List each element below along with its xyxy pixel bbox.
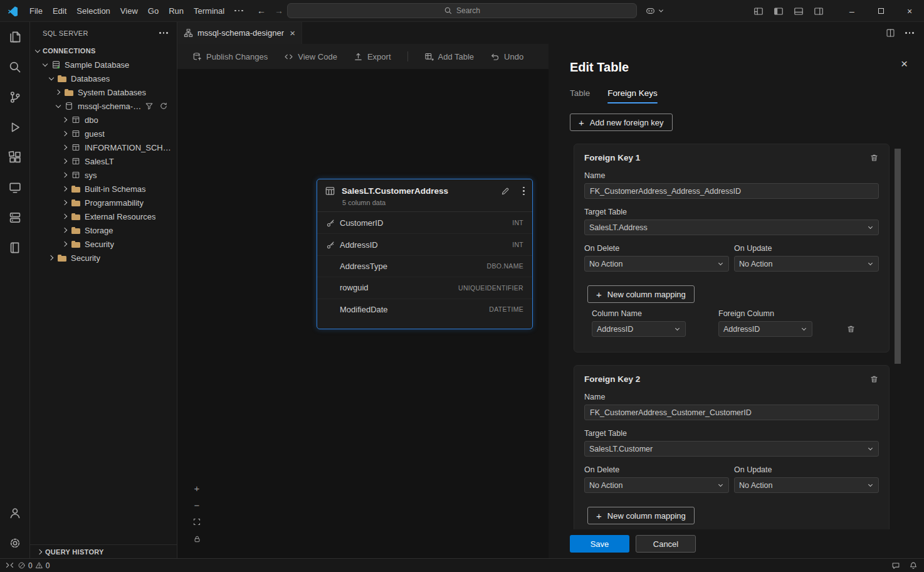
- tree-item-dbo[interactable]: dbo: [30, 113, 177, 127]
- menu-view[interactable]: View: [115, 4, 143, 18]
- tree-item-saleslt[interactable]: SalesLT: [30, 154, 177, 168]
- error-count: 0: [28, 561, 33, 570]
- navigate-forward-icon[interactable]: →: [275, 6, 283, 16]
- customize-layout-icon[interactable]: [753, 6, 764, 16]
- problems-indicator[interactable]: 0 0: [18, 561, 50, 570]
- database-icon: [63, 102, 75, 110]
- column-name-select[interactable]: AddressID: [592, 321, 686, 337]
- export-button[interactable]: Export: [354, 52, 391, 61]
- split-editor-icon[interactable]: [886, 28, 895, 38]
- tree-item-programmability[interactable]: Programmability: [30, 196, 177, 209]
- tab-mssql-schema-designer[interactable]: mssql-schema-designer ×: [177, 22, 302, 44]
- menu-file[interactable]: File: [24, 4, 48, 18]
- on-delete-select[interactable]: No Action: [584, 477, 729, 493]
- toggle-secondary-sidebar-icon[interactable]: [814, 6, 824, 16]
- close-window-button[interactable]: ×: [895, 0, 924, 22]
- fit-view-icon[interactable]: [191, 516, 202, 527]
- remote-indicator[interactable]: [5, 561, 14, 570]
- extensions-icon[interactable]: [0, 142, 29, 172]
- on-delete-select[interactable]: No Action: [584, 256, 729, 272]
- new-column-mapping-button[interactable]: + New column mapping: [587, 507, 695, 524]
- new-column-mapping-button[interactable]: + New column mapping: [587, 285, 695, 303]
- add-foreign-key-button[interactable]: + Add new foreign key: [570, 114, 673, 131]
- menu-go[interactable]: Go: [143, 4, 164, 18]
- tree-item-sys[interactable]: sys: [30, 168, 177, 182]
- designer-canvas[interactable]: SalesLT.CustomerAddress 5 column data Cu…: [177, 69, 549, 558]
- editor-more-actions-icon[interactable]: [905, 32, 914, 34]
- delete-foreign-key-icon[interactable]: [869, 153, 879, 162]
- source-control-icon[interactable]: [0, 82, 29, 112]
- zoom-out-icon[interactable]: −: [191, 499, 202, 511]
- tree-item-mssql-schema-db[interactable]: mssql-schema-de...: [30, 99, 177, 113]
- minimize-button[interactable]: –: [837, 0, 866, 22]
- lock-icon[interactable]: [191, 533, 202, 544]
- column-row[interactable]: rowguid UNIQUEIDENTIFIER: [317, 277, 532, 298]
- menu-selection[interactable]: Selection: [71, 4, 115, 18]
- copilot-menu[interactable]: [645, 6, 664, 16]
- tree-item-guest[interactable]: guest: [30, 127, 177, 140]
- tree-item-security-server[interactable]: Security: [30, 251, 177, 265]
- tree-item-built-in-schemas[interactable]: Built-in Schemas: [30, 182, 177, 196]
- publish-changes-button[interactable]: Publish Changes: [192, 52, 268, 61]
- navigate-back-icon[interactable]: ←: [257, 6, 266, 16]
- edit-table-pencil-icon[interactable]: [500, 186, 510, 196]
- fk-name-input[interactable]: [584, 183, 879, 199]
- notebooks-icon[interactable]: [0, 233, 29, 263]
- command-center-search[interactable]: Search: [287, 3, 637, 18]
- explorer-icon[interactable]: [0, 22, 29, 52]
- on-update-select[interactable]: No Action: [734, 477, 879, 493]
- refresh-icon[interactable]: [159, 102, 168, 110]
- notifications-bell-icon[interactable]: [909, 561, 918, 570]
- tab-foreign-keys[interactable]: Foreign Keys: [607, 88, 658, 103]
- close-panel-icon[interactable]: ×: [901, 58, 908, 70]
- fk-name-input[interactable]: [584, 405, 879, 420]
- toggle-primary-sidebar-icon[interactable]: [774, 6, 784, 16]
- delete-mapping-icon[interactable]: [846, 324, 856, 334]
- delete-foreign-key-icon[interactable]: [869, 374, 879, 384]
- add-table-button[interactable]: Add Table: [424, 52, 475, 61]
- menu-terminal[interactable]: Terminal: [189, 4, 229, 18]
- table-node-customeraddress[interactable]: SalesLT.CustomerAddress 5 column data Cu…: [317, 179, 533, 329]
- settings-gear-icon[interactable]: [0, 528, 29, 558]
- table-card-menu-icon[interactable]: [523, 187, 525, 196]
- menu-run[interactable]: Run: [164, 4, 189, 18]
- remote-explorer-icon[interactable]: [0, 172, 29, 203]
- foreign-column-select[interactable]: AddressID: [718, 321, 812, 337]
- toggle-panel-icon[interactable]: [794, 6, 804, 16]
- sidebar-more-actions-icon[interactable]: [159, 32, 168, 34]
- column-row[interactable]: AddressType DBO.NAME: [317, 255, 532, 277]
- connections-section-header[interactable]: CONNECTIONS: [30, 44, 177, 58]
- view-code-button[interactable]: View Code: [284, 52, 337, 61]
- cancel-button[interactable]: Cancel: [636, 535, 696, 553]
- tab-table[interactable]: Table: [570, 88, 590, 103]
- menu-more-icon[interactable]: [229, 8, 248, 14]
- column-row[interactable]: CustomerID INT: [317, 212, 532, 233]
- query-history-section-header[interactable]: QUERY HISTORY: [30, 544, 177, 558]
- chevron-down-icon: [46, 73, 56, 83]
- account-icon[interactable]: [0, 498, 29, 528]
- column-row[interactable]: AddressID INT: [317, 233, 532, 255]
- save-button[interactable]: Save: [570, 535, 629, 553]
- filter-icon[interactable]: [145, 102, 154, 110]
- run-debug-icon[interactable]: [0, 112, 29, 142]
- tree-item-external-resources[interactable]: External Resources: [30, 209, 177, 223]
- menu-edit[interactable]: Edit: [48, 4, 71, 18]
- tree-item-security-db[interactable]: Security: [30, 237, 177, 251]
- zoom-in-icon[interactable]: +: [191, 482, 202, 494]
- tree-item-information-schema[interactable]: INFORMATION_SCHEMA: [30, 140, 177, 154]
- undo-button[interactable]: Undo: [490, 52, 523, 61]
- mssql-connections-icon[interactable]: [0, 203, 29, 233]
- search-sidebar-icon[interactable]: [0, 52, 29, 82]
- close-tab-icon[interactable]: ×: [290, 28, 295, 38]
- on-update-select[interactable]: No Action: [734, 256, 879, 272]
- column-row[interactable]: ModifiedDate DATETIME: [317, 299, 532, 320]
- tree-item-databases[interactable]: Databases: [30, 72, 177, 85]
- tree-item-system-databases[interactable]: System Databases: [30, 85, 177, 99]
- panel-scrollbar-thumb[interactable]: [895, 149, 901, 364]
- target-table-select[interactable]: SalesLT.Customer: [584, 441, 879, 457]
- target-table-select[interactable]: SalesLT.Address: [584, 220, 879, 235]
- tree-item-sample-database[interactable]: Sample Database: [30, 58, 177, 72]
- tree-item-storage[interactable]: Storage: [30, 223, 177, 237]
- maximize-button[interactable]: [866, 0, 895, 22]
- feedback-icon[interactable]: [891, 561, 900, 570]
